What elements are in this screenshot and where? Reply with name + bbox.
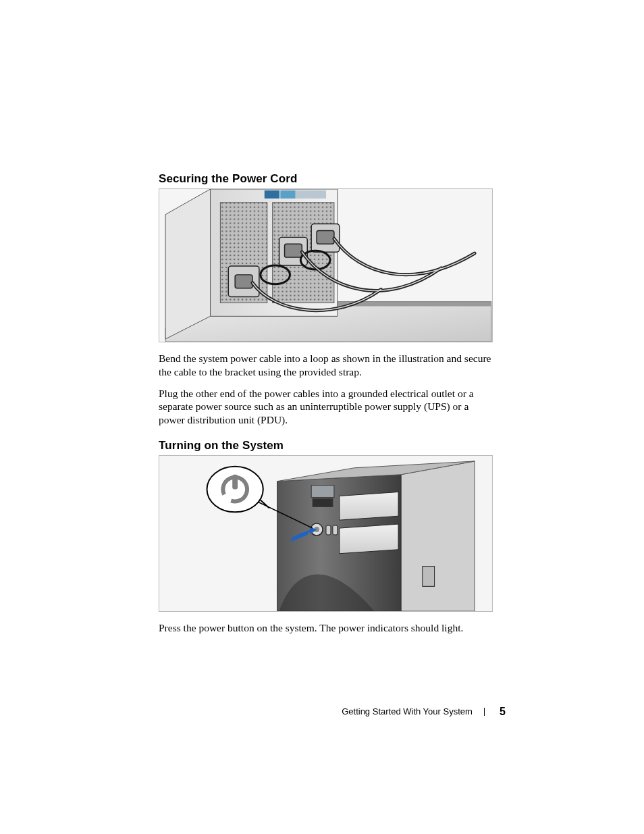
svg-rect-14 bbox=[235, 275, 252, 288]
svg-rect-30 bbox=[333, 525, 338, 535]
svg-rect-15 bbox=[285, 244, 302, 257]
figure-securing-power-cord bbox=[159, 188, 493, 342]
svg-marker-19 bbox=[401, 461, 475, 611]
svg-rect-24 bbox=[423, 567, 435, 587]
paragraph-securing-2: Plug the other end of the power cables i… bbox=[159, 387, 496, 427]
power-icon-callout bbox=[207, 467, 269, 512]
heading-securing-power-cord: Securing the Power Cord bbox=[159, 172, 500, 186]
svg-rect-26 bbox=[313, 499, 333, 507]
paragraph-turning-on-1: Press the power button on the system. Th… bbox=[159, 621, 496, 635]
footer-section-title: Getting Started With Your System bbox=[342, 706, 473, 716]
figure-turning-on-system bbox=[159, 455, 493, 612]
svg-marker-23 bbox=[340, 524, 398, 554]
svg-marker-22 bbox=[340, 492, 398, 521]
svg-rect-8 bbox=[281, 190, 296, 199]
paragraph-securing-1: Bend the system power cable into a loop … bbox=[159, 352, 496, 379]
svg-rect-7 bbox=[265, 190, 279, 199]
page-footer: Getting Started With Your System 5 bbox=[159, 706, 506, 718]
svg-rect-16 bbox=[317, 230, 334, 244]
svg-rect-29 bbox=[326, 525, 331, 535]
heading-turning-on-system: Turning on the System bbox=[159, 439, 500, 452]
document-page: Securing the Power Cord bbox=[0, 0, 644, 834]
svg-marker-5 bbox=[165, 189, 210, 339]
svg-point-34 bbox=[207, 467, 263, 512]
svg-rect-36 bbox=[232, 475, 238, 490]
footer-separator bbox=[484, 708, 485, 716]
svg-rect-25 bbox=[311, 486, 334, 498]
footer-page-number: 5 bbox=[500, 706, 506, 717]
